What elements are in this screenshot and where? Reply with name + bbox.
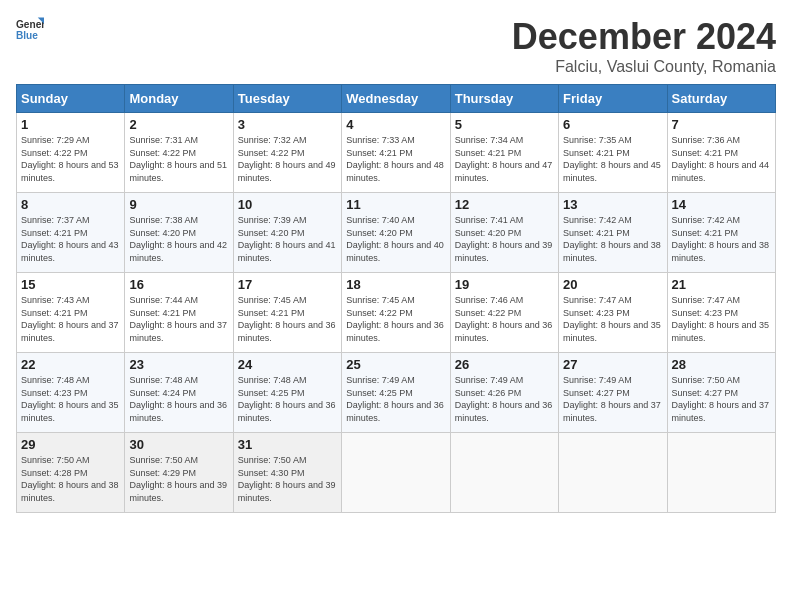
calendar-cell: 7Sunrise: 7:36 AMSunset: 4:21 PMDaylight… bbox=[667, 113, 775, 193]
calendar-cell: 12Sunrise: 7:41 AMSunset: 4:20 PMDayligh… bbox=[450, 193, 558, 273]
day-number: 5 bbox=[455, 117, 554, 132]
calendar-cell: 2Sunrise: 7:31 AMSunset: 4:22 PMDaylight… bbox=[125, 113, 233, 193]
day-number: 14 bbox=[672, 197, 771, 212]
day-info: Sunrise: 7:45 AMSunset: 4:21 PMDaylight:… bbox=[238, 294, 337, 344]
weekday-header-tuesday: Tuesday bbox=[233, 85, 341, 113]
day-info: Sunrise: 7:45 AMSunset: 4:22 PMDaylight:… bbox=[346, 294, 445, 344]
day-info: Sunrise: 7:39 AMSunset: 4:20 PMDaylight:… bbox=[238, 214, 337, 264]
calendar-header: SundayMondayTuesdayWednesdayThursdayFrid… bbox=[17, 85, 776, 113]
day-info: Sunrise: 7:46 AMSunset: 4:22 PMDaylight:… bbox=[455, 294, 554, 344]
day-info: Sunrise: 7:48 AMSunset: 4:25 PMDaylight:… bbox=[238, 374, 337, 424]
day-number: 18 bbox=[346, 277, 445, 292]
calendar-cell: 24Sunrise: 7:48 AMSunset: 4:25 PMDayligh… bbox=[233, 353, 341, 433]
calendar-cell bbox=[342, 433, 450, 513]
day-number: 15 bbox=[21, 277, 120, 292]
calendar-cell: 20Sunrise: 7:47 AMSunset: 4:23 PMDayligh… bbox=[559, 273, 667, 353]
weekday-header-saturday: Saturday bbox=[667, 85, 775, 113]
logo-icon: General Blue bbox=[16, 16, 44, 44]
title-area: December 2024 Falciu, Vaslui County, Rom… bbox=[512, 16, 776, 76]
calendar-cell: 13Sunrise: 7:42 AMSunset: 4:21 PMDayligh… bbox=[559, 193, 667, 273]
day-info: Sunrise: 7:43 AMSunset: 4:21 PMDaylight:… bbox=[21, 294, 120, 344]
calendar-cell: 21Sunrise: 7:47 AMSunset: 4:23 PMDayligh… bbox=[667, 273, 775, 353]
day-info: Sunrise: 7:37 AMSunset: 4:21 PMDaylight:… bbox=[21, 214, 120, 264]
day-info: Sunrise: 7:42 AMSunset: 4:21 PMDaylight:… bbox=[672, 214, 771, 264]
day-info: Sunrise: 7:48 AMSunset: 4:24 PMDaylight:… bbox=[129, 374, 228, 424]
weekday-header-wednesday: Wednesday bbox=[342, 85, 450, 113]
day-info: Sunrise: 7:47 AMSunset: 4:23 PMDaylight:… bbox=[563, 294, 662, 344]
day-number: 3 bbox=[238, 117, 337, 132]
day-info: Sunrise: 7:35 AMSunset: 4:21 PMDaylight:… bbox=[563, 134, 662, 184]
calendar-cell: 11Sunrise: 7:40 AMSunset: 4:20 PMDayligh… bbox=[342, 193, 450, 273]
day-number: 13 bbox=[563, 197, 662, 212]
weekday-header-sunday: Sunday bbox=[17, 85, 125, 113]
weekday-header-row: SundayMondayTuesdayWednesdayThursdayFrid… bbox=[17, 85, 776, 113]
calendar-cell: 23Sunrise: 7:48 AMSunset: 4:24 PMDayligh… bbox=[125, 353, 233, 433]
day-number: 28 bbox=[672, 357, 771, 372]
day-number: 4 bbox=[346, 117, 445, 132]
svg-text:General: General bbox=[16, 19, 44, 30]
day-number: 26 bbox=[455, 357, 554, 372]
calendar-week-row: 1Sunrise: 7:29 AMSunset: 4:22 PMDaylight… bbox=[17, 113, 776, 193]
calendar-cell: 3Sunrise: 7:32 AMSunset: 4:22 PMDaylight… bbox=[233, 113, 341, 193]
day-number: 17 bbox=[238, 277, 337, 292]
calendar-cell: 31Sunrise: 7:50 AMSunset: 4:30 PMDayligh… bbox=[233, 433, 341, 513]
day-info: Sunrise: 7:31 AMSunset: 4:22 PMDaylight:… bbox=[129, 134, 228, 184]
day-info: Sunrise: 7:34 AMSunset: 4:21 PMDaylight:… bbox=[455, 134, 554, 184]
day-number: 16 bbox=[129, 277, 228, 292]
calendar-cell: 16Sunrise: 7:44 AMSunset: 4:21 PMDayligh… bbox=[125, 273, 233, 353]
day-number: 1 bbox=[21, 117, 120, 132]
day-info: Sunrise: 7:50 AMSunset: 4:30 PMDaylight:… bbox=[238, 454, 337, 504]
calendar-cell: 6Sunrise: 7:35 AMSunset: 4:21 PMDaylight… bbox=[559, 113, 667, 193]
day-info: Sunrise: 7:48 AMSunset: 4:23 PMDaylight:… bbox=[21, 374, 120, 424]
calendar-week-row: 8Sunrise: 7:37 AMSunset: 4:21 PMDaylight… bbox=[17, 193, 776, 273]
calendar-cell: 28Sunrise: 7:50 AMSunset: 4:27 PMDayligh… bbox=[667, 353, 775, 433]
day-number: 19 bbox=[455, 277, 554, 292]
day-info: Sunrise: 7:32 AMSunset: 4:22 PMDaylight:… bbox=[238, 134, 337, 184]
day-number: 9 bbox=[129, 197, 228, 212]
header: General Blue December 2024 Falciu, Vaslu… bbox=[16, 16, 776, 76]
calendar-cell: 26Sunrise: 7:49 AMSunset: 4:26 PMDayligh… bbox=[450, 353, 558, 433]
calendar-week-row: 22Sunrise: 7:48 AMSunset: 4:23 PMDayligh… bbox=[17, 353, 776, 433]
day-number: 27 bbox=[563, 357, 662, 372]
weekday-header-thursday: Thursday bbox=[450, 85, 558, 113]
calendar-title: December 2024 bbox=[512, 16, 776, 58]
day-info: Sunrise: 7:49 AMSunset: 4:27 PMDaylight:… bbox=[563, 374, 662, 424]
weekday-header-friday: Friday bbox=[559, 85, 667, 113]
day-number: 29 bbox=[21, 437, 120, 452]
calendar-cell: 8Sunrise: 7:37 AMSunset: 4:21 PMDaylight… bbox=[17, 193, 125, 273]
day-number: 22 bbox=[21, 357, 120, 372]
calendar-cell: 19Sunrise: 7:46 AMSunset: 4:22 PMDayligh… bbox=[450, 273, 558, 353]
day-info: Sunrise: 7:49 AMSunset: 4:25 PMDaylight:… bbox=[346, 374, 445, 424]
day-info: Sunrise: 7:36 AMSunset: 4:21 PMDaylight:… bbox=[672, 134, 771, 184]
day-number: 10 bbox=[238, 197, 337, 212]
calendar-cell: 22Sunrise: 7:48 AMSunset: 4:23 PMDayligh… bbox=[17, 353, 125, 433]
day-number: 30 bbox=[129, 437, 228, 452]
day-number: 12 bbox=[455, 197, 554, 212]
day-info: Sunrise: 7:42 AMSunset: 4:21 PMDaylight:… bbox=[563, 214, 662, 264]
day-number: 11 bbox=[346, 197, 445, 212]
calendar-subtitle: Falciu, Vaslui County, Romania bbox=[512, 58, 776, 76]
day-info: Sunrise: 7:50 AMSunset: 4:27 PMDaylight:… bbox=[672, 374, 771, 424]
day-number: 31 bbox=[238, 437, 337, 452]
day-info: Sunrise: 7:41 AMSunset: 4:20 PMDaylight:… bbox=[455, 214, 554, 264]
calendar-cell: 5Sunrise: 7:34 AMSunset: 4:21 PMDaylight… bbox=[450, 113, 558, 193]
calendar-cell bbox=[450, 433, 558, 513]
day-number: 20 bbox=[563, 277, 662, 292]
day-info: Sunrise: 7:33 AMSunset: 4:21 PMDaylight:… bbox=[346, 134, 445, 184]
day-info: Sunrise: 7:40 AMSunset: 4:20 PMDaylight:… bbox=[346, 214, 445, 264]
logo: General Blue bbox=[16, 16, 44, 44]
calendar-cell: 18Sunrise: 7:45 AMSunset: 4:22 PMDayligh… bbox=[342, 273, 450, 353]
calendar-week-row: 15Sunrise: 7:43 AMSunset: 4:21 PMDayligh… bbox=[17, 273, 776, 353]
calendar-cell: 10Sunrise: 7:39 AMSunset: 4:20 PMDayligh… bbox=[233, 193, 341, 273]
calendar-cell: 30Sunrise: 7:50 AMSunset: 4:29 PMDayligh… bbox=[125, 433, 233, 513]
day-number: 6 bbox=[563, 117, 662, 132]
day-number: 7 bbox=[672, 117, 771, 132]
calendar-cell: 25Sunrise: 7:49 AMSunset: 4:25 PMDayligh… bbox=[342, 353, 450, 433]
day-info: Sunrise: 7:29 AMSunset: 4:22 PMDaylight:… bbox=[21, 134, 120, 184]
calendar-cell: 1Sunrise: 7:29 AMSunset: 4:22 PMDaylight… bbox=[17, 113, 125, 193]
day-info: Sunrise: 7:50 AMSunset: 4:29 PMDaylight:… bbox=[129, 454, 228, 504]
calendar-week-row: 29Sunrise: 7:50 AMSunset: 4:28 PMDayligh… bbox=[17, 433, 776, 513]
day-number: 8 bbox=[21, 197, 120, 212]
day-info: Sunrise: 7:49 AMSunset: 4:26 PMDaylight:… bbox=[455, 374, 554, 424]
day-info: Sunrise: 7:38 AMSunset: 4:20 PMDaylight:… bbox=[129, 214, 228, 264]
